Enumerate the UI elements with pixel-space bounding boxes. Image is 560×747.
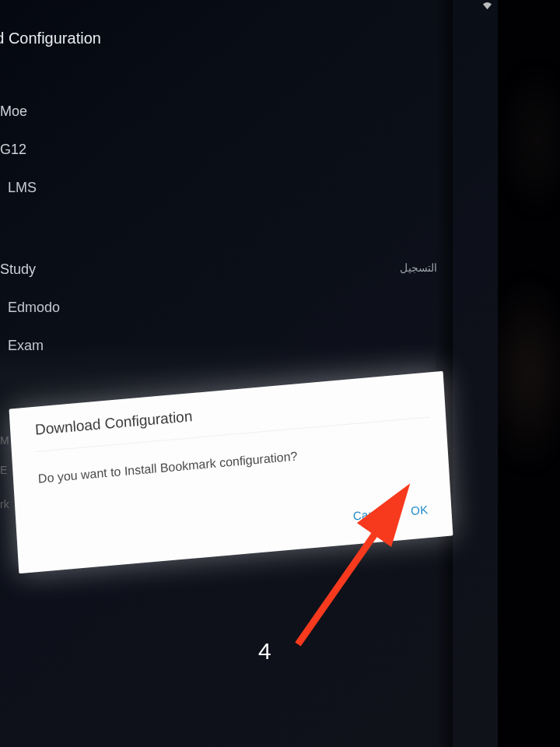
ok-button[interactable]: OK (411, 503, 429, 517)
page-title: oad Configuration (0, 30, 498, 47)
bookmark-list: Moe G12 LMS Study Edmodo Exam (0, 61, 498, 365)
truncated-text: M (0, 434, 9, 447)
background-blur (498, 62, 560, 218)
list-item-g12[interactable]: G12 (0, 131, 498, 169)
dialog-container: Download Configuration Do you want to In… (13, 390, 449, 555)
step-number: 4 (258, 638, 271, 665)
register-label[interactable]: التسجيل (400, 261, 437, 274)
truncated-text: E (0, 464, 9, 476)
list-item-lms[interactable]: LMS (8, 169, 498, 207)
wifi-icon (483, 2, 492, 14)
dialog-actions: Cancel OK (352, 503, 428, 522)
confirmation-dialog: Download Configuration Do you want to In… (9, 371, 453, 573)
list-item-exam[interactable]: Exam (8, 327, 498, 365)
truncated-labels: M E rk (0, 434, 9, 510)
tablet-screen: oad Configuration Moe G12 LMS Study Edmo… (0, 0, 498, 747)
truncated-text: rk (0, 498, 9, 510)
cancel-button[interactable]: Cancel (352, 506, 390, 522)
status-bar (0, 0, 498, 14)
list-item-edmodo[interactable]: Edmodo (8, 289, 498, 327)
list-item-moe[interactable]: Moe (0, 93, 498, 131)
page-header: oad Configuration (0, 14, 498, 61)
